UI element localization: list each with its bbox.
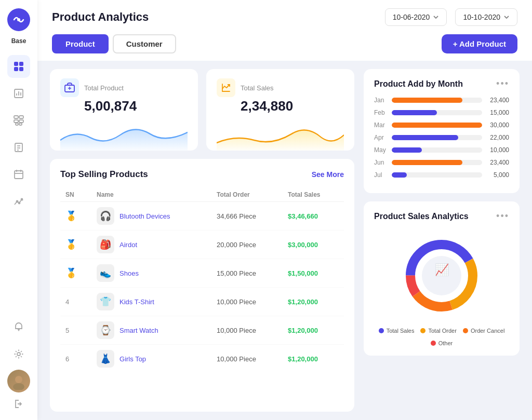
sidebar-item-settings[interactable] (7, 343, 30, 365)
bar-chart-title: Product Add by Month (374, 79, 463, 89)
svg-point-23 (17, 201, 18, 202)
legend-item: Total Sales (379, 328, 415, 334)
bar-fill (392, 160, 462, 165)
donut-chart-card: Product Sales Analytics ••• 📈 (364, 201, 520, 356)
cell-name: 👕 Kids T-Shirt (91, 288, 211, 316)
tab-customer[interactable]: Customer (113, 34, 176, 53)
sidebar: Base (0, 0, 37, 420)
app-logo[interactable] (7, 8, 30, 31)
stat-card-total-sales: Total Sales 2,34,880 (206, 69, 354, 151)
left-panel: Total Product 5,00,874 (50, 69, 354, 412)
product-name[interactable]: Airdot (119, 241, 137, 249)
table-row: 5 ⌚ Smart Watch 10,000 Piece$1,20,000 (60, 316, 344, 345)
svg-rect-14 (19, 123, 22, 125)
legend-dot (463, 328, 468, 333)
cell-sn: 🥇 (60, 259, 91, 288)
end-date-picker[interactable]: 10-10-2020 (455, 8, 517, 26)
bar-fill (392, 110, 437, 115)
cell-total-order: 10,000 Piece (211, 345, 283, 373)
bar-chart-more-icon[interactable]: ••• (496, 78, 509, 89)
header: Product Analytics 10-06-2020 10-10-2020 (37, 0, 532, 34)
stats-row: Total Product 5,00,874 (50, 69, 354, 151)
donut-legend: Total Sales Total Order Order Cancel Oth… (374, 328, 509, 346)
cell-total-sales: $1,20,000 (283, 288, 344, 316)
bar-value: 22,000 (486, 134, 509, 141)
sidebar-item-stats[interactable] (7, 190, 30, 213)
product-name[interactable]: Shoes (119, 269, 139, 277)
sidebar-item-dashboard[interactable] (7, 55, 30, 78)
table-row: 🥇 🎧 Blutooth Devices 34,666 Piece$3,46,6… (60, 202, 344, 231)
bar-row: Jun 23,400 (374, 159, 509, 166)
cell-total-order: 20,000 Piece (211, 231, 283, 259)
donut-chart: 📈 (374, 229, 509, 322)
bar-value: 5,000 (486, 171, 509, 179)
table-title: Top Selling Products (60, 169, 148, 180)
product-name[interactable]: Blutooth Devices (119, 212, 170, 220)
page-title: Product Analytics (52, 10, 377, 24)
see-more-link[interactable]: See More (312, 170, 344, 179)
svg-rect-2 (19, 62, 23, 66)
cell-sn: 🥇 (60, 202, 91, 231)
total-product-value: 5,00,874 (84, 98, 188, 114)
content-area: Total Product 5,00,874 (37, 61, 532, 420)
cell-sn: 4 (60, 288, 91, 316)
total-sales-label: Total Sales (241, 84, 274, 92)
bar-label: Jan (374, 97, 388, 104)
sidebar-item-reports[interactable] (7, 136, 30, 159)
donut-chart-header: Product Sales Analytics ••• (374, 211, 509, 222)
svg-rect-13 (16, 123, 18, 125)
bar-fill (392, 123, 482, 128)
bar-chart-card: Product Add by Month ••• Jan 23,400 Feb … (364, 69, 520, 193)
main-content: Product Analytics 10-06-2020 10-10-2020 … (37, 0, 532, 420)
legend-label: Total Order (428, 328, 456, 334)
app-name: Base (11, 37, 26, 45)
cell-total-order: 34,666 Piece (211, 202, 283, 231)
svg-rect-19 (15, 171, 23, 179)
cell-total-order: 10,000 Piece (211, 316, 283, 345)
bar-label: Feb (374, 109, 388, 116)
product-thumbnail: 👕 (97, 293, 114, 310)
total-sales-value: 2,34,880 (241, 98, 344, 114)
bar-row: Jul 5,000 (374, 171, 509, 179)
cell-sn: 5 (60, 316, 91, 345)
product-name[interactable]: Girls Top (119, 355, 146, 363)
cell-name: ⌚ Smart Watch (91, 316, 211, 345)
product-name[interactable]: Kids T-Shirt (119, 298, 154, 306)
bar-row: May 10,000 (374, 146, 509, 154)
col-order: Total Order (211, 188, 283, 202)
right-panel: Product Add by Month ••• Jan 23,400 Feb … (364, 69, 520, 412)
bar-chart: Jan 23,400 Feb 15,000 Mar 30,000 Apr 22,… (374, 97, 509, 179)
svg-point-28 (17, 353, 20, 356)
sidebar-item-analytics[interactable] (7, 82, 30, 105)
sidebar-item-notifications[interactable] (7, 316, 30, 338)
cell-total-sales: $3,46,660 (283, 202, 344, 231)
svg-rect-10 (19, 116, 23, 118)
legend-dot (431, 341, 436, 346)
rank-medal-icon: 🥇 (65, 239, 77, 250)
start-date-picker[interactable]: 10-06-2020 (385, 8, 447, 26)
avatar[interactable] (7, 370, 30, 392)
bar-value: 30,000 (486, 121, 509, 129)
product-name[interactable]: Smart Watch (119, 327, 158, 334)
bar-value: 23,400 (486, 97, 509, 104)
stat-card-total-product: Total Product 5,00,874 (50, 69, 198, 151)
bar-track (392, 110, 482, 115)
bar-label: Apr (374, 134, 388, 141)
bar-fill (392, 172, 407, 178)
svg-rect-9 (14, 116, 18, 118)
bar-row: Jan 23,400 (374, 97, 509, 104)
logout-icon[interactable] (14, 399, 24, 412)
legend-item: Other (431, 340, 453, 346)
sidebar-item-integrations[interactable] (7, 109, 30, 132)
top-selling-table: Top Selling Products See More SN Name To… (50, 159, 354, 412)
svg-point-0 (17, 18, 20, 21)
tab-product[interactable]: Product (52, 34, 109, 53)
donut-chart-more-icon[interactable]: ••• (496, 211, 509, 222)
bar-track (392, 98, 482, 103)
cell-total-sales: $1,20,000 (283, 316, 344, 345)
bar-row: Feb 15,000 (374, 109, 509, 116)
sidebar-item-calendar[interactable] (7, 163, 30, 186)
cell-total-sales: $1,20,000 (283, 345, 344, 373)
product-thumbnail: 👟 (97, 264, 114, 282)
add-product-button[interactable]: + Add Product (442, 34, 517, 53)
